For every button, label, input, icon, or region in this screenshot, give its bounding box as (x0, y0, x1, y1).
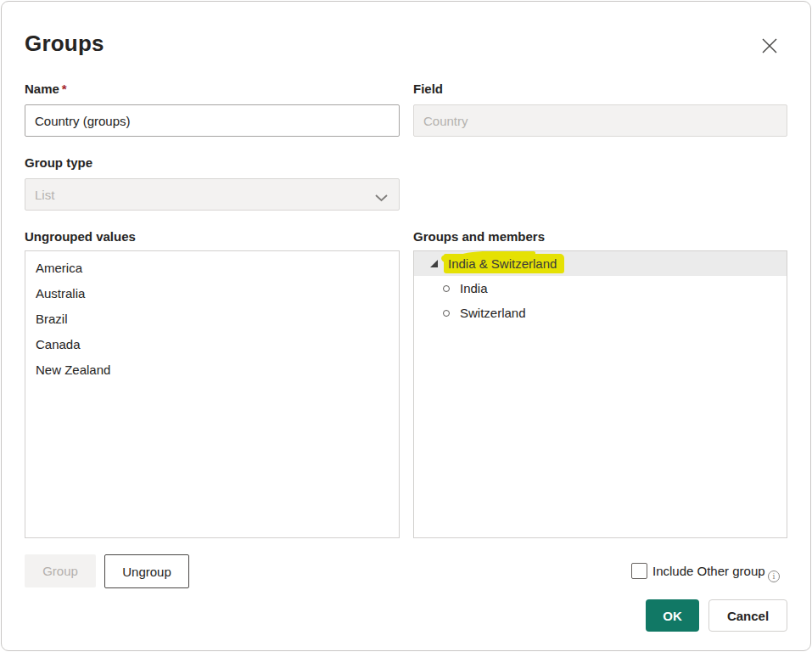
tree-member-row[interactable]: Switzerland (414, 301, 787, 325)
include-other-checkbox[interactable] (631, 563, 647, 579)
member-name: India (460, 281, 488, 295)
group-type-label: Group type (25, 155, 92, 170)
member-name: Switzerland (460, 306, 526, 320)
list-item[interactable]: New Zealand (25, 357, 399, 383)
expand-collapse-icon[interactable] (430, 260, 438, 267)
groups-members-tree[interactable]: India & Switzerland India Switzerland (413, 250, 787, 538)
ungrouped-values-label: Ungrouped values (25, 229, 136, 244)
groups-dialog: Groups Name* Field Group type List Ungro… (1, 1, 811, 651)
tree-group-row[interactable]: India & Switzerland (414, 251, 787, 276)
field-input[interactable] (413, 104, 787, 137)
ok-button[interactable]: OK (646, 599, 699, 632)
group-button[interactable]: Group (25, 554, 96, 587)
close-button[interactable] (756, 33, 783, 60)
list-item[interactable]: Canada (25, 332, 399, 357)
member-bullet-icon (443, 310, 450, 317)
field-label: Field (413, 82, 443, 96)
cancel-button[interactable]: Cancel (708, 599, 787, 632)
name-input[interactable] (25, 104, 400, 137)
info-icon[interactable]: i (768, 570, 780, 582)
member-bullet-icon (443, 285, 450, 292)
chevron-down-icon (375, 190, 388, 205)
required-asterisk: * (62, 82, 67, 96)
ungroup-button[interactable]: Ungroup (104, 554, 189, 588)
include-other-label[interactable]: Include Other group (652, 564, 765, 578)
dialog-title: Groups (25, 31, 104, 57)
close-icon (760, 37, 779, 58)
list-item[interactable]: Australia (25, 281, 399, 306)
name-label-text: Name (25, 82, 59, 96)
groups-members-label: Groups and members (413, 229, 545, 244)
ungrouped-values-listbox[interactable]: America Australia Brazil Canada New Zeal… (25, 250, 400, 538)
group-name: India & Switzerland (448, 256, 557, 271)
name-label: Name* (25, 82, 67, 96)
group-name-highlight: India & Switzerland (444, 254, 564, 273)
list-item[interactable]: America (25, 256, 399, 281)
group-type-dropdown[interactable]: List (25, 178, 400, 211)
group-type-value: List (35, 188, 54, 202)
list-item[interactable]: Brazil (25, 306, 399, 332)
tree-member-row[interactable]: India (414, 276, 787, 301)
